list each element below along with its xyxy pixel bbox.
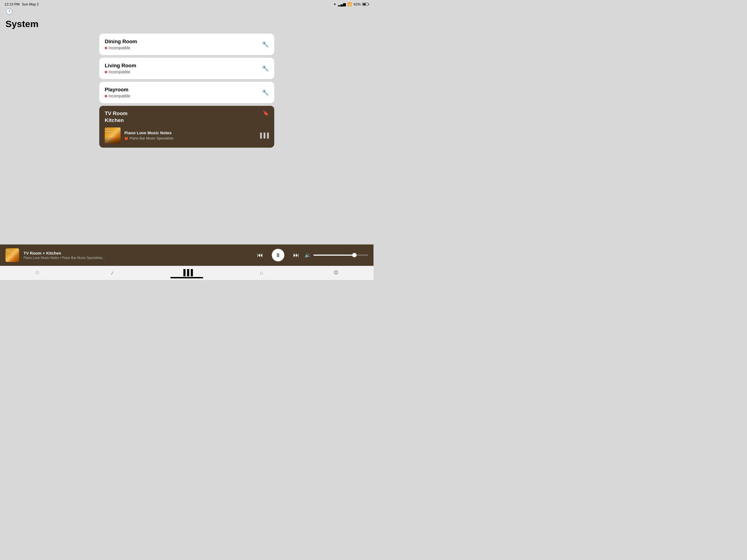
dining-room-settings-icon[interactable]: 🔧 bbox=[262, 41, 269, 48]
dining-room-info: Dining Room Incompatible bbox=[105, 39, 137, 50]
status-right: ✦ ▂▄▆ 📶 62% bbox=[333, 2, 369, 6]
player-album-art-text: PianoChillout bbox=[6, 249, 11, 253]
dining-room-status-text: Incompatible bbox=[108, 46, 130, 50]
tab-nowplaying[interactable]: ▐▐▐ bbox=[149, 269, 224, 276]
player-album-art: PianoChillout bbox=[5, 248, 19, 262]
playroom-status-dot bbox=[105, 95, 107, 97]
playroom-name: Playroom bbox=[105, 87, 130, 93]
previous-button[interactable]: ⏮ bbox=[256, 251, 264, 260]
tv-room-name: TV Room Kitchen bbox=[105, 110, 127, 124]
playroom-info: Playroom Incompatible bbox=[105, 87, 130, 98]
tab-music[interactable]: ♪ bbox=[75, 269, 149, 276]
status-bar: 12:13 PM Sun May 2 ✦ ▂▄▆ 📶 62% bbox=[0, 0, 374, 8]
playroom-settings-icon[interactable]: 🔧 bbox=[262, 89, 269, 96]
living-room-status-dot bbox=[105, 71, 107, 73]
volume-slider[interactable] bbox=[313, 255, 368, 256]
playroom-status: Incompatible bbox=[105, 94, 130, 98]
search-icon: ⌕ bbox=[260, 269, 263, 276]
tv-room-line1: TV Room bbox=[105, 110, 127, 116]
now-playing-title: Piano Love Music Notes bbox=[124, 130, 255, 135]
tv-room-header: TV Room Kitchen 🔖 bbox=[105, 110, 269, 124]
tab-search[interactable]: ⌕ bbox=[224, 269, 299, 276]
home-indicator bbox=[170, 277, 203, 278]
now-playing-bars-icon: ▐▐▐ bbox=[258, 133, 269, 138]
nowplaying-icon: ▐▐▐ bbox=[181, 269, 192, 276]
clock-icon: 🕐 bbox=[5, 8, 13, 15]
settings-icon: ⚙ bbox=[333, 269, 339, 276]
favorites-icon: ☆ bbox=[35, 269, 40, 276]
battery-percent: 62% bbox=[354, 2, 361, 6]
living-room-status: Incompatible bbox=[105, 70, 136, 74]
music-icon: ♪ bbox=[110, 269, 113, 276]
main-content: Dining Room Incompatible 🔧 Living Room I… bbox=[0, 34, 374, 148]
album-art-thumbnail: PianoChillout bbox=[105, 127, 121, 143]
living-room-settings-icon[interactable]: 🔧 bbox=[262, 65, 269, 72]
tv-room-kitchen-card[interactable]: TV Room Kitchen 🔖 PianoChillout Piano Lo… bbox=[99, 106, 274, 148]
date-display: Sun May 2 bbox=[22, 2, 39, 6]
now-playing-row: PianoChillout Piano Love Music Notes 🍎 P… bbox=[105, 127, 269, 143]
page-title: System bbox=[0, 15, 374, 34]
dining-room-status-dot bbox=[105, 47, 107, 49]
now-playing-info: Piano Love Music Notes 🍎 Piano Bar Music… bbox=[124, 130, 255, 140]
now-playing-artist: 🍎 Piano Bar Music Specialists bbox=[124, 136, 255, 140]
volume-fill bbox=[313, 255, 354, 256]
playroom-status-text: Incompatible bbox=[108, 94, 130, 98]
player-info: TV Room + Kitchen Piano Love Music Notes… bbox=[24, 251, 252, 260]
next-button[interactable]: ⏭ bbox=[292, 251, 300, 260]
living-room-card[interactable]: Living Room Incompatible 🔧 bbox=[99, 58, 274, 79]
dining-room-name: Dining Room bbox=[105, 39, 137, 45]
dining-room-card[interactable]: Dining Room Incompatible 🔧 bbox=[99, 34, 274, 55]
now-playing-artist-text: Piano Bar Music Specialists bbox=[130, 136, 173, 140]
pause-button[interactable]: ⏸ bbox=[272, 249, 284, 261]
player-room-title: TV Room + Kitchen bbox=[24, 251, 252, 255]
living-room-name: Living Room bbox=[105, 62, 136, 69]
dining-room-status: Incompatible bbox=[105, 46, 137, 50]
tab-favorites[interactable]: ☆ bbox=[0, 269, 75, 276]
playroom-card[interactable]: Playroom Incompatible 🔧 bbox=[99, 82, 274, 103]
tab-bar: ☆ ♪ ▐▐▐ ⌕ ⚙ bbox=[0, 266, 374, 280]
living-room-status-text: Incompatible bbox=[108, 70, 130, 74]
battery-indicator bbox=[362, 3, 369, 6]
volume-section: 🔉 bbox=[305, 252, 368, 258]
player-subtitle: Piano Love Music Notes • Piano Bar Music… bbox=[24, 256, 252, 260]
bookmark-icon[interactable]: 🔖 bbox=[263, 110, 269, 116]
status-left: 12:13 PM Sun May 2 bbox=[4, 2, 39, 6]
tv-room-line2: Kitchen bbox=[105, 117, 124, 123]
bottom-player: PianoChillout TV Room + Kitchen Piano Lo… bbox=[0, 245, 374, 266]
cellular-icon: ▂▄▆ bbox=[338, 2, 346, 6]
time-display: 12:13 PM bbox=[4, 2, 20, 6]
tab-settings[interactable]: ⚙ bbox=[299, 269, 374, 276]
volume-thumb bbox=[352, 253, 357, 257]
signal-icon: ✦ bbox=[333, 2, 336, 6]
apple-music-icon: 🍎 bbox=[124, 136, 129, 140]
player-controls: ⏮ ⏸ ⏭ bbox=[256, 249, 300, 261]
living-room-info: Living Room Incompatible bbox=[105, 62, 136, 74]
wifi-icon: 📶 bbox=[347, 2, 352, 6]
volume-icon: 🔉 bbox=[305, 252, 311, 258]
